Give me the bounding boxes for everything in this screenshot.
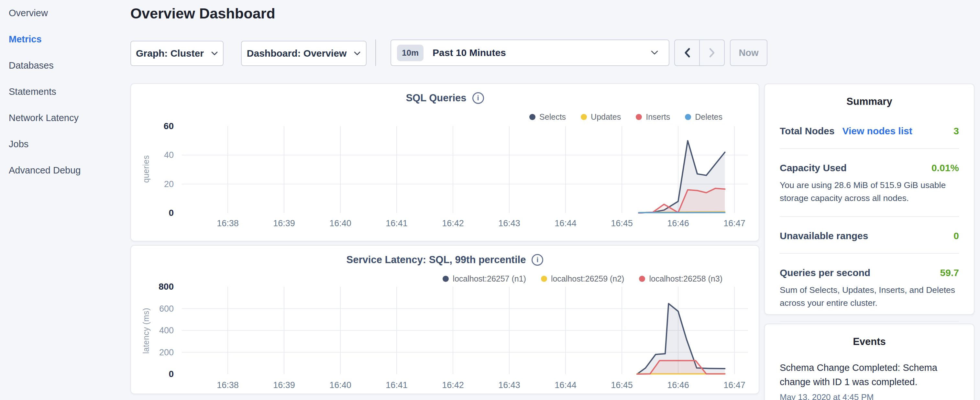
chevron-left-icon [684, 48, 690, 58]
x-tick-label: 16:44 [555, 380, 576, 390]
summary-row-label: Total Nodes [780, 126, 834, 137]
x-tick-label: 16:42 [442, 380, 464, 390]
x-tick-label: 16:45 [611, 218, 633, 228]
sidebar: OverviewMetricsDatabasesStatementsNetwor… [0, 0, 129, 400]
now-button[interactable]: Now [730, 40, 767, 66]
sidebar-item-network-latency[interactable]: Network Latency [0, 105, 129, 131]
service-latency-chart-card: Service Latency: SQL, 99th percentile i … [130, 245, 759, 394]
summary-row-value: 0.01% [931, 163, 959, 174]
time-range-picker[interactable]: 10m Past 10 Minutes [390, 40, 670, 66]
next-interval-button[interactable] [699, 40, 724, 65]
summary-panel: Summary Total NodesView nodes list3Capac… [764, 83, 975, 315]
info-icon[interactable]: i [473, 92, 484, 104]
event-message: Schema Change Completed: Schema change w… [780, 360, 959, 389]
y-tick-label: 800 [159, 282, 174, 292]
summary-row-label: Capacity Used [780, 163, 847, 174]
header-divider [375, 40, 376, 66]
chart-title-row: SQL Queries i [131, 92, 759, 104]
x-tick-label: 16:47 [724, 380, 745, 390]
y-tick-label: 600 [159, 304, 174, 314]
chevron-down-icon [651, 50, 659, 55]
x-tick-label: 16:45 [611, 380, 633, 390]
x-tick-label: 16:39 [273, 218, 295, 228]
dashboard-dropdown-label: Dashboard: Overview [247, 48, 347, 59]
info-icon[interactable]: i [531, 254, 543, 266]
x-tick-label: 16:47 [724, 218, 745, 228]
x-tick-label: 16:46 [667, 218, 689, 228]
chart-title: Service Latency: SQL, 99th percentile [347, 254, 526, 266]
events-panel: Events Schema Change Completed: Schema c… [764, 324, 975, 400]
y-tick-label: 0 [169, 208, 174, 218]
graph-dropdown[interactable]: Graph: Cluster [130, 41, 224, 66]
chart-plot: 020040060080016:3816:3916:4016:4116:4216… [143, 281, 754, 393]
time-step-buttons [674, 40, 725, 66]
sql-queries-chart-card: SQL Queries i SelectsUpdatesInsertsDelet… [130, 83, 759, 241]
summary-row-value: 3 [953, 126, 959, 137]
sidebar-item-jobs[interactable]: Jobs [0, 131, 129, 157]
chevron-down-icon [354, 51, 361, 56]
summary-row-description: Sum of Selects, Updates, Inserts, and De… [780, 284, 959, 309]
x-tick-label: 16:42 [442, 218, 464, 228]
sidebar-item-databases[interactable]: Databases [0, 53, 129, 79]
summary-row-label: Unavailable ranges [780, 230, 868, 241]
summary-divider [780, 321, 959, 322]
events-title: Events [765, 336, 974, 347]
chart-plot: 020406016:3816:3916:4016:4116:4216:4316:… [143, 120, 754, 231]
x-tick-label: 16:46 [667, 380, 689, 390]
sidebar-item-statements[interactable]: Statements [0, 79, 129, 105]
y-tick-label: 200 [159, 347, 174, 357]
summary-row-value: 59.7 [940, 267, 959, 278]
summary-row: Capacity Used0.01% [780, 163, 959, 174]
summary-row-label: Queries per second [780, 267, 870, 278]
y-tick-label: 0 [169, 369, 174, 379]
sidebar-item-metrics[interactable]: Metrics [0, 26, 129, 53]
x-tick-label: 16:39 [273, 380, 295, 390]
chart-title: SQL Queries [406, 92, 466, 104]
time-range-badge: 10m [397, 45, 423, 61]
sidebar-item-advanced-debug[interactable]: Advanced Debug [0, 157, 129, 183]
y-tick-label: 60 [164, 121, 174, 131]
summary-rows: Total NodesView nodes list3Capacity Used… [765, 126, 974, 346]
x-tick-label: 16:41 [386, 218, 408, 228]
event-timestamp: May 13, 2020 at 4:45 PM [780, 392, 959, 400]
summary-row-value: 0 [953, 230, 959, 241]
summary-row: Total NodesView nodes list3 [780, 126, 959, 137]
summary-divider [780, 148, 959, 149]
y-tick-label: 20 [164, 179, 174, 189]
x-tick-label: 16:41 [386, 380, 408, 390]
chevron-right-icon [709, 48, 715, 58]
chart-title-row: Service Latency: SQL, 99th percentile i [131, 254, 759, 266]
summary-title: Summary [765, 96, 974, 107]
previous-interval-button[interactable] [675, 40, 699, 65]
chevron-down-icon [211, 51, 218, 56]
dashboard-dropdown[interactable]: Dashboard: Overview [241, 41, 367, 66]
y-tick-label: 400 [159, 325, 174, 335]
x-tick-label: 16:43 [498, 218, 520, 228]
x-tick-label: 16:43 [498, 380, 520, 390]
x-tick-label: 16:40 [329, 380, 352, 390]
view-nodes-list-link[interactable]: View nodes list [842, 126, 912, 137]
x-tick-label: 16:44 [555, 218, 576, 228]
time-range-label: Past 10 Minutes [433, 47, 506, 58]
x-tick-label: 16:40 [329, 218, 352, 228]
sidebar-item-overview[interactable]: Overview [0, 0, 129, 26]
summary-row-description: You are using 28.6 MiB of 515.9 GiB usab… [780, 178, 959, 204]
summary-divider [780, 216, 959, 217]
x-tick-label: 16:38 [217, 380, 239, 390]
y-tick-label: 40 [164, 150, 174, 160]
graph-dropdown-label: Graph: Cluster [136, 48, 204, 59]
summary-row: Unavailable ranges0 [780, 230, 959, 241]
summary-divider [780, 253, 959, 254]
x-tick-label: 16:38 [217, 218, 239, 228]
summary-row: Queries per second59.7 [780, 267, 959, 278]
page-title: Overview Dashboard [130, 5, 275, 22]
